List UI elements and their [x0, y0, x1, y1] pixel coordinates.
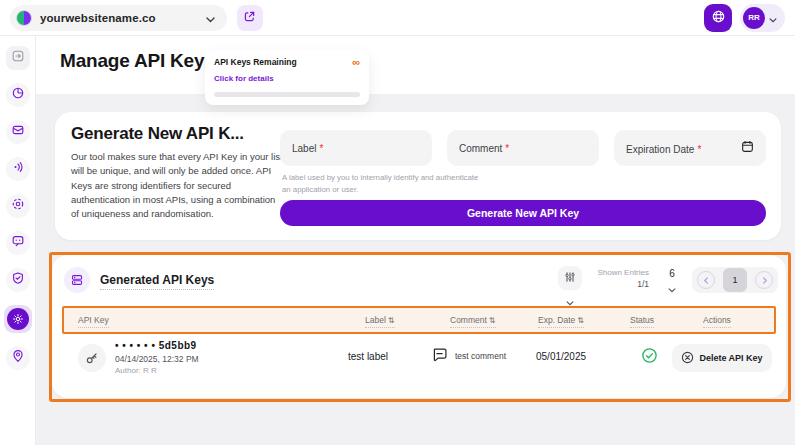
label-cell: test label [348, 351, 438, 362]
expiration-field-placeholder: Expiration Date [626, 144, 694, 155]
sidebar-item-collapse[interactable] [6, 46, 30, 70]
comment-field[interactable]: Comment* [447, 130, 599, 166]
key-icon [78, 344, 106, 372]
site-favicon [16, 10, 32, 26]
chat-icon [11, 234, 25, 252]
shown-entries-label: Shown Entries [583, 268, 649, 277]
sidebar-item-voice[interactable] [6, 157, 30, 181]
sidebar [0, 36, 36, 445]
required-asterisk: * [319, 143, 323, 154]
browse-web-button[interactable] [704, 4, 732, 32]
filter-columns-button[interactable] [558, 266, 582, 290]
api-key-cell: • • • • • • 5d5bb9 04/14/2025, 12:32 PM … [115, 340, 199, 375]
page-size-select[interactable]: 6 [662, 268, 682, 297]
label-field[interactable]: Label* [280, 130, 432, 166]
page-title: Manage API Keys [60, 50, 215, 72]
topbar: yourwebsitename.co RR [0, 0, 795, 36]
topbar-right: RR [704, 4, 785, 32]
target-icon [11, 197, 25, 215]
comment-bubble-icon[interactable] [431, 346, 448, 367]
generate-new-api-key-button[interactable]: Generate New API Key [280, 200, 766, 226]
sidebar-item-automation[interactable] [6, 194, 30, 218]
x-circle-icon [681, 351, 694, 366]
sidebar-item-chat[interactable] [6, 231, 30, 255]
label-helper-text: A label used by you to internally identi… [282, 172, 487, 195]
sidebar-item-contacts[interactable] [6, 346, 30, 370]
generated-api-keys-card: Generated API Keys Shown Entries 1/1 6 [52, 255, 786, 398]
sliders-icon [564, 271, 576, 286]
column-status: Status [630, 315, 654, 328]
pagination: 1 [692, 267, 778, 293]
delete-button-label: Delete API Key [699, 353, 762, 363]
settings-gear-icon [7, 308, 29, 330]
collapse-icon [11, 49, 25, 67]
main-content: Manage API Keys API Keys Remaining Click… [36, 36, 795, 445]
next-page-button[interactable] [755, 271, 773, 289]
generate-card-title: Generate New API K... [71, 124, 244, 144]
sort-icon: ⇅ [388, 316, 395, 325]
sidebar-item-inbox[interactable] [6, 120, 30, 144]
external-link-icon [243, 10, 256, 26]
chevron-down-icon [769, 9, 777, 27]
column-comment[interactable]: Comment⇅ [450, 315, 496, 328]
database-icon [64, 267, 90, 293]
location-person-icon [11, 349, 25, 367]
previous-page-button[interactable] [697, 271, 715, 289]
avatar: RR [743, 7, 765, 29]
page-size-value: 6 [662, 268, 682, 279]
mail-icon [11, 123, 25, 141]
globe-icon [711, 9, 726, 27]
calendar-icon[interactable] [741, 139, 754, 157]
sidebar-item-security[interactable] [6, 268, 30, 292]
column-exp-date[interactable]: Exp. Date⇅ [538, 315, 584, 328]
voice-waves-icon [11, 160, 25, 178]
column-actions: Actions [703, 315, 731, 328]
page-number[interactable]: 1 [723, 268, 747, 292]
sidebar-item-dashboard[interactable] [6, 83, 30, 107]
key-created-timestamp: 04/14/2025, 12:32 PM [115, 354, 199, 364]
masked-api-key: • • • • • • 5d5bb9 [115, 340, 199, 351]
column-api-key[interactable]: API Key [78, 315, 109, 328]
remaining-title: API Keys Remaining [214, 57, 297, 67]
open-site-button[interactable] [237, 5, 263, 31]
column-label[interactable]: Label⇅ [365, 315, 395, 328]
required-asterisk: * [505, 143, 509, 154]
status-valid-icon [641, 347, 658, 368]
site-name: yourwebsitename.co [40, 12, 156, 24]
comment-cell: test comment [455, 351, 506, 361]
shield-check-icon [11, 271, 25, 289]
chevron-down-icon [206, 9, 215, 27]
sort-icon: ⇅ [489, 316, 496, 325]
infinity-icon: ∞ [352, 57, 360, 67]
table-header-row: API Key Label⇅ Comment⇅ Exp. Date⇅ Statu… [62, 306, 776, 334]
app-window: yourwebsitename.co RR [0, 0, 795, 445]
remaining-details-link[interactable]: Click for details [214, 74, 274, 83]
delete-api-key-button[interactable]: Delete API Key [672, 344, 772, 372]
shown-entries-value: 1/1 [583, 279, 649, 289]
account-menu[interactable]: RR [740, 4, 785, 32]
site-selector-dropdown[interactable]: yourwebsitename.co [10, 5, 227, 31]
comment-field-placeholder: Comment [459, 143, 502, 154]
required-asterisk: * [697, 144, 701, 155]
label-field-placeholder: Label [292, 143, 316, 154]
key-author: Author: R R [115, 366, 199, 375]
generate-api-key-card: Generate New API K... Our tool makes sur… [55, 112, 781, 240]
sort-icon: ⇅ [577, 316, 584, 325]
generated-keys-title: Generated API Keys [100, 273, 214, 290]
sidebar-item-settings-active[interactable] [4, 305, 32, 333]
api-keys-remaining-card: API Keys Remaining Click for details ∞ [205, 50, 369, 105]
exp-date-cell: 05/01/2025 [536, 351, 586, 362]
expiration-date-field[interactable]: Expiration Date* [614, 130, 766, 166]
pie-chart-icon [11, 86, 25, 104]
generate-card-description: Our tool makes sure that every API Key i… [71, 150, 283, 221]
remaining-progress-bar [214, 92, 360, 97]
shown-entries: Shown Entries 1/1 [583, 268, 649, 289]
